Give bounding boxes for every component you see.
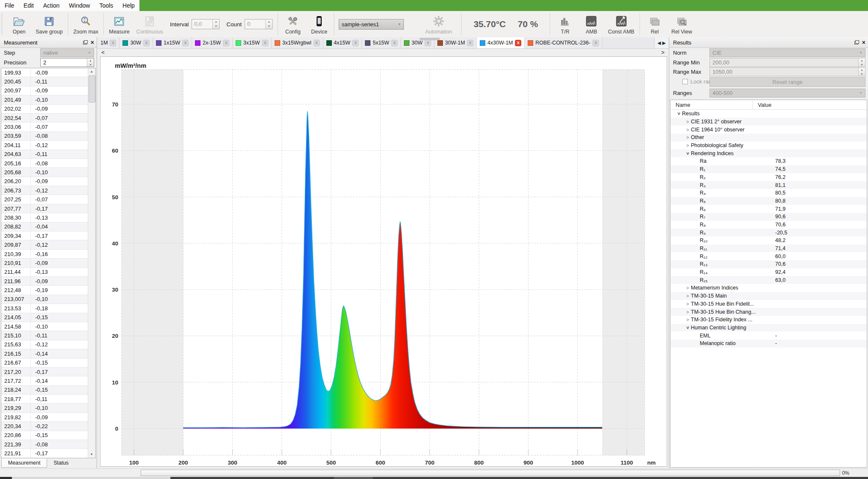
spin-up-icon[interactable]: ▲ [213, 19, 219, 24]
measurement-row[interactable]: 217,20-0,17 [1, 368, 88, 376]
document-tab-1x15w[interactable]: 1x15Wx [153, 37, 192, 48]
tree-row[interactable]: >TM-30-15 Fidelity Index ... [670, 316, 867, 324]
close-panel-icon[interactable]: × [862, 40, 865, 45]
device-button[interactable]: Device [306, 11, 332, 37]
menu-item-help[interactable]: Help [118, 0, 139, 11]
close-tab-icon[interactable]: x [110, 40, 116, 46]
document-tab-2x-15w[interactable]: 2x-15Wx [192, 37, 233, 48]
measurement-row[interactable]: 210,39-0,16 [1, 250, 88, 259]
measurement-scrollbar[interactable]: ▲ ▼ [88, 68, 95, 458]
measurement-row[interactable]: 213,007-0,10 [1, 295, 88, 304]
spin-up-icon[interactable]: ▲ [87, 58, 94, 63]
document-tab-30w[interactable]: 30Wx [120, 37, 153, 48]
step-select[interactable]: native ▼ [40, 48, 94, 57]
measurement-row[interactable]: 200,45-0,11 [1, 77, 88, 86]
spin-down-icon[interactable]: ▼ [213, 24, 219, 29]
float-panel-icon[interactable] [854, 40, 859, 45]
spectrum-chart[interactable]: 1002003004005006007008009001000110001020… [100, 56, 667, 467]
collapse-arrow-icon[interactable]: > [676, 111, 682, 117]
scroll-up-icon[interactable]: ▲ [88, 68, 95, 75]
tree-row[interactable]: >Metamerism Indices [670, 284, 867, 292]
spin-up-icon[interactable]: ▲ [859, 58, 865, 63]
scrollbar-thumb[interactable] [89, 75, 95, 103]
tree-row[interactable]: R₁₀48,2 [670, 237, 867, 245]
close-tab-icon[interactable]: x [467, 40, 473, 46]
lock-range-checkbox[interactable] [682, 79, 688, 84]
tree-row[interactable]: R₁₁71,4 [670, 245, 867, 253]
expand-arrow-icon[interactable]: > [684, 127, 691, 132]
expand-arrow-icon[interactable]: > [684, 317, 691, 322]
measurement-row[interactable]: 205,68-0,10 [1, 168, 88, 177]
measurement-row[interactable]: 220,34-0,22 [1, 422, 88, 431]
measurement-row[interactable]: 207,77-0,17 [1, 204, 88, 213]
close-panel-icon[interactable]: × [91, 40, 94, 45]
measurement-row[interactable]: 214,05-0,15 [1, 313, 88, 322]
tree-row[interactable]: R₁₃70,6 [670, 260, 867, 268]
measurement-row[interactable]: 209,34-0,17 [1, 231, 88, 240]
close-tab-icon[interactable]: x [143, 40, 150, 46]
tab-measurement[interactable]: Measurement [1, 459, 47, 468]
measurement-row[interactable]: 220,86-0,15 [1, 431, 88, 440]
tree-row[interactable]: R₆71,9 [670, 205, 867, 213]
close-tab-icon[interactable]: x [352, 40, 359, 46]
tree-row[interactable]: >TM-30-15 Hue Bin Fidelit... [670, 300, 867, 308]
precision-spinner[interactable]: ▲▼ [87, 58, 94, 67]
measurement-row[interactable]: 211,96-0,09 [1, 277, 88, 286]
measurement-row[interactable]: 213,53-0,18 [1, 304, 88, 313]
menu-item-tools[interactable]: Tools [95, 0, 118, 11]
measurement-row[interactable]: 207,25-0,07 [1, 195, 88, 204]
reset-range-button[interactable]: Reset range [709, 77, 865, 87]
menu-item-action[interactable]: Action [39, 0, 64, 11]
expand-arrow-icon[interactable]: > [684, 301, 691, 306]
close-tab-icon[interactable]: x [262, 40, 268, 46]
tab-scroll-right-icon[interactable]: ▶ [662, 40, 666, 46]
document-tab-4x15w[interactable]: 4x15Wx [323, 37, 362, 48]
measurement-row[interactable]: 199,93-0,09 [1, 68, 88, 77]
range-max-input[interactable]: 1050,00 ▲▼ [709, 67, 865, 76]
spin-up-icon[interactable]: ▲ [266, 19, 272, 24]
measurement-row[interactable]: 216,67-0,15 [1, 359, 88, 368]
measurement-row[interactable]: 202,02-0,09 [1, 105, 88, 114]
expand-arrow-icon[interactable]: > [684, 309, 691, 315]
measurement-row[interactable]: 203,59-0,08 [1, 132, 88, 141]
expand-arrow-icon[interactable]: > [684, 135, 691, 140]
scroll-down-icon[interactable]: ▼ [88, 451, 95, 458]
tree-row[interactable]: >Photobiological Safety [670, 142, 867, 150]
zoom-max-button[interactable]: Zoom max [70, 11, 102, 37]
tree-row[interactable]: R₁₂60,0 [670, 252, 867, 260]
tree-row[interactable]: R₃81,1 [670, 181, 867, 189]
expand-arrow-icon[interactable]: > [684, 293, 691, 298]
measurement-row[interactable]: 205,16-0,08 [1, 159, 88, 168]
measurement-row[interactable]: 221,39-0,08 [1, 440, 88, 449]
tr-button[interactable]: T/R [552, 11, 578, 37]
document-tab-30w-1m[interactable]: 30W-1Mx [434, 37, 477, 48]
measurement-row[interactable]: 219,82-0,09 [1, 413, 88, 422]
measurement-row[interactable]: 206,20-0,09 [1, 177, 88, 186]
close-tab-icon[interactable]: x [593, 40, 599, 46]
tree-row[interactable]: EML- [670, 331, 867, 340]
chart-collapse-left-icon[interactable]: < [100, 49, 106, 56]
document-tab-4x30w-1m[interactable]: 4x30W-1Mx [477, 37, 525, 48]
measurement-row[interactable]: 202,54-0,07 [1, 114, 88, 123]
open-button[interactable]: Open [6, 11, 32, 37]
close-tab-icon[interactable]: x [515, 40, 521, 46]
tree-row[interactable]: R₁₅63,0 [670, 276, 867, 284]
tab-status[interactable]: Status [47, 459, 75, 467]
precision-input[interactable]: 2 ▲▼ [40, 58, 94, 67]
spin-down-icon[interactable]: ▼ [266, 24, 272, 29]
range-max-spinner[interactable]: ▲▼ [858, 68, 865, 76]
measurement-row[interactable]: 221,91-0,17 [1, 449, 88, 458]
range-min-input[interactable]: 200,00 ▲▼ [709, 58, 865, 67]
tree-row[interactable]: >Results [670, 110, 867, 118]
measurement-row[interactable]: 204,63-0,11 [1, 150, 88, 159]
tree-row[interactable]: >CIE 1931 2° observer [670, 118, 867, 126]
collapse-arrow-icon[interactable]: > [685, 325, 690, 331]
tree-row[interactable]: >Other [670, 134, 867, 142]
norm-select[interactable]: CIE ▼ [709, 48, 865, 57]
measurement-row[interactable]: 208,30-0,13 [1, 213, 88, 222]
measurement-row[interactable]: 212,48-0,19 [1, 286, 88, 295]
tree-row[interactable]: >TM-30-15 Main [670, 292, 867, 300]
measurement-row[interactable]: 208,82-0,04 [1, 223, 88, 231]
save-group-button[interactable]: Save group [32, 11, 66, 37]
ranges-select[interactable]: 400-500 ▼ [709, 89, 865, 97]
